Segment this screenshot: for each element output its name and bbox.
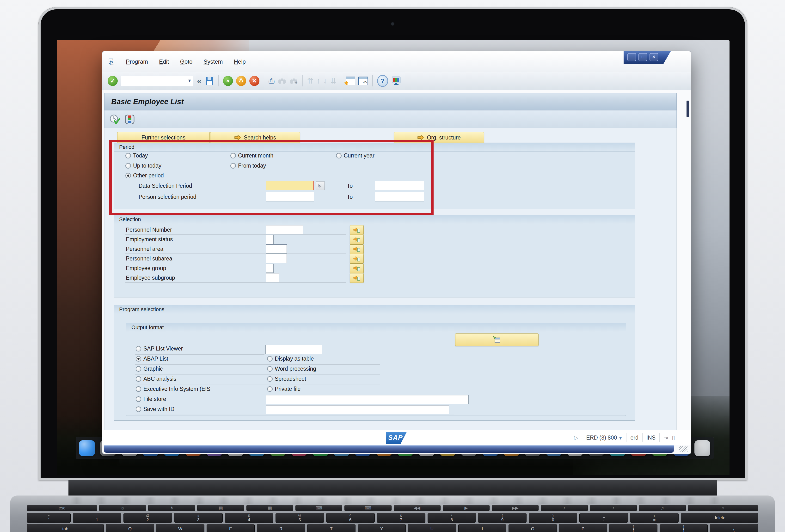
multiple-selection-button[interactable] <box>350 254 364 264</box>
first-page-icon[interactable]: ⇈ <box>307 77 313 85</box>
menu-goto[interactable]: Goto <box>180 58 193 65</box>
configure-output-button[interactable] <box>455 334 538 346</box>
radio-current-month[interactable]: Current month <box>230 152 273 159</box>
radio-other-period[interactable]: Other period <box>125 172 164 179</box>
radio-save-with-id[interactable]: Save with ID <box>136 405 174 413</box>
menu-program[interactable]: Program <box>126 58 148 65</box>
find-icon[interactable] <box>278 77 286 85</box>
help-icon[interactable]: ? <box>377 75 388 87</box>
status-bar: SAP ▷ ERD (3) 800 ▼ erd INS ⇥ ▯ <box>102 430 691 445</box>
radio-today[interactable]: Today <box>125 152 148 159</box>
radio-current-year[interactable]: Current year <box>336 152 375 159</box>
execute-icon[interactable] <box>109 114 120 125</box>
previous-page-icon[interactable]: ↑ <box>316 77 321 85</box>
radio-private-file[interactable]: Private file <box>267 385 301 393</box>
insert-mode-indicator[interactable]: INS <box>647 434 656 441</box>
radio-file-store[interactable]: File store <box>136 395 166 403</box>
multiple-selection-button[interactable] <box>350 244 364 254</box>
command-field: ▼ <box>121 76 193 86</box>
vertical-scrollbar-thumb[interactable] <box>686 101 689 117</box>
back-button[interactable]: « <box>223 76 233 86</box>
program-selections-header: Program selections <box>114 305 635 314</box>
radio-circle <box>136 376 141 382</box>
window-controls: — □ ✕ <box>624 51 670 64</box>
sap-system-icon[interactable]: ⎘ <box>108 58 115 66</box>
period-group: Period Today Current month Current year … <box>113 142 635 209</box>
radio-abc-analysis[interactable]: ABC analysis <box>136 375 176 382</box>
maximize-button[interactable]: □ <box>638 53 647 61</box>
chevron-down-icon: ▼ <box>618 436 623 441</box>
radio-from-today[interactable]: From today <box>230 162 266 169</box>
person-selection-from-input[interactable] <box>266 192 314 202</box>
multiple-selection-button[interactable] <box>350 264 364 273</box>
data-selection-from-input[interactable] <box>266 181 314 190</box>
resize-grip[interactable] <box>679 446 687 452</box>
selection-row-input[interactable] <box>266 244 287 254</box>
data-selection-period-label: Data Selection Period <box>138 183 192 189</box>
system-session-client[interactable]: ERD (3) 800 ▼ <box>586 434 623 441</box>
search-helps-button[interactable]: Search helps <box>210 132 300 143</box>
selection-row-input[interactable] <box>266 225 303 234</box>
radio-circle-selected <box>136 356 141 362</box>
sap-gui-window: — □ ✕ ⎘ Program Edit Goto System Help ✓ … <box>102 51 691 454</box>
person-selection-to-input[interactable] <box>375 192 424 202</box>
multiple-selection-button[interactable] <box>350 235 364 244</box>
selection-row-input[interactable] <box>266 254 287 263</box>
radio-abap-list[interactable]: ABAP List <box>136 355 168 362</box>
webcam <box>391 22 395 26</box>
multiple-selection-button[interactable] <box>350 273 364 283</box>
collapse-command-icon[interactable]: « <box>197 76 202 86</box>
selection-row-input[interactable] <box>266 235 274 244</box>
last-page-icon[interactable]: ⇊ <box>330 77 336 85</box>
selection-screen: Further selections Search helps Org. str… <box>104 128 677 430</box>
minimize-button[interactable]: — <box>627 53 636 61</box>
selection-row-input[interactable] <box>266 264 274 273</box>
transaction-title-bar: Basic Employee List <box>104 93 677 110</box>
caret-position-icon: ⇥ <box>663 434 668 441</box>
new-session-icon[interactable]: ✱ <box>346 77 355 85</box>
multiple-selection-button[interactable] <box>350 225 364 235</box>
toolbar-separator <box>218 75 219 86</box>
toolbar-separator <box>372 75 373 86</box>
data-selection-to-input[interactable] <box>375 181 424 190</box>
message-expand-icon[interactable]: ▷ <box>574 434 578 441</box>
date-helper-icon[interactable]: ⎘ <box>315 181 325 190</box>
toolbar-separator <box>302 75 303 86</box>
sap-logo: SAP <box>386 432 407 444</box>
menu-help[interactable]: Help <box>234 58 246 65</box>
selection-row-input[interactable] <box>266 273 279 282</box>
cancel-button[interactable]: ✕ <box>249 76 259 86</box>
radio-display-as-table[interactable]: Display as table <box>267 355 314 362</box>
next-page-icon[interactable]: ↓ <box>323 77 327 85</box>
save-icon[interactable] <box>205 77 214 85</box>
customize-layout-icon[interactable] <box>391 76 401 85</box>
dock-app-icon;dock-finder-icon[interactable] <box>79 440 95 456</box>
print-icon[interactable]: ⎙ <box>269 77 275 85</box>
create-shortcut-icon[interactable]: ↶ <box>358 77 368 85</box>
laptop-hinge <box>69 480 717 497</box>
radio-word-processing[interactable]: Word processing <box>267 365 316 372</box>
enter-button[interactable]: ✓ <box>108 76 118 86</box>
find-next-icon[interactable]: + <box>289 77 298 85</box>
radio-sap-list-viewer[interactable]: SAP List Viewer <box>136 345 183 352</box>
sap-list-viewer-input[interactable] <box>265 345 322 354</box>
org-structure-button[interactable]: Org. structure <box>394 132 484 143</box>
menu-edit[interactable]: Edit <box>159 58 169 65</box>
command-input[interactable] <box>122 76 184 85</box>
get-variant-icon[interactable] <box>124 114 135 125</box>
standard-toolbar: ✓ ▼ « « ^ ✕ ⎙ + ⇈ ↑ ↓ ⇊ <box>102 72 691 90</box>
close-button[interactable]: ✕ <box>650 53 658 61</box>
radio-spreadsheet[interactable]: Spreadsheet <box>267 375 306 382</box>
further-selections-button[interactable]: Further selections <box>117 132 210 143</box>
command-dropdown-icon[interactable]: ▼ <box>187 78 192 83</box>
menu-system[interactable]: System <box>203 58 223 65</box>
dock-app-icon;dock-trash-icon[interactable] <box>694 440 710 456</box>
file-store-input[interactable] <box>266 395 469 404</box>
laptop-keyboard-deck: esc ☼ ☀ ▤ ▦ ⌨ <box>10 496 775 532</box>
exit-button[interactable]: ^ <box>236 76 246 86</box>
radio-graphic[interactable]: Graphic <box>136 365 163 372</box>
save-with-id-input[interactable] <box>266 405 449 415</box>
multiple-selection-icon <box>353 227 360 233</box>
radio-up-to-today[interactable]: Up to today <box>125 162 161 169</box>
radio-executive-info-system[interactable]: Executive Info System (EIS <box>136 385 210 393</box>
